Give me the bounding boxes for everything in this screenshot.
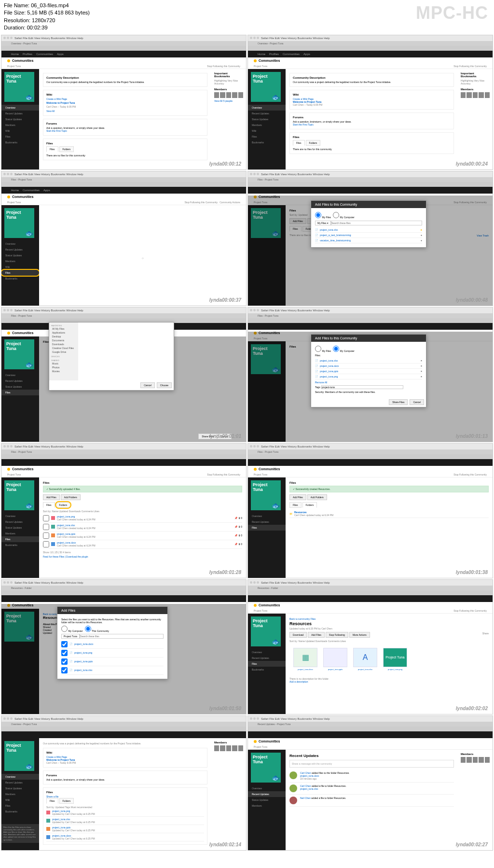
- mac-menubar: Safari File Edit View History Bookmarks …: [1, 35, 246, 41]
- file-thumb[interactable]: Project Tunaproject_tuna.png: [383, 648, 407, 671]
- duration: Duration: 00:02:39: [4, 24, 490, 31]
- share-files-button[interactable]: Share Files: [389, 399, 408, 405]
- add-files-modal: Add Files to this Community My Files My …: [311, 200, 426, 248]
- update-item: Carl Chen added files to the folder Reso…: [289, 770, 454, 783]
- finder-dialog: FAVORITES All My Files Applications Desk…: [49, 322, 174, 391]
- success-message: ✓ Successfully uploaded 4 files.: [43, 486, 242, 492]
- file-row[interactable]: project_tuna.pngCarl Chen created today …: [43, 514, 242, 523]
- file-row[interactable]: project_tuna.xlsxCarl Chen created today…: [43, 523, 242, 532]
- communities-header: Communities: [1, 57, 246, 64]
- fish-icon: 🐟: [25, 93, 33, 101]
- sub-bar: Project TunaStop Following this Communit…: [1, 64, 246, 69]
- browser-addressbar[interactable]: [1, 46, 246, 51]
- thumbnail-5: Safari File Edit View History Bookmarks …: [1, 307, 247, 442]
- forums-start-link[interactable]: Start the First Topic: [46, 129, 204, 132]
- download-button[interactable]: Download: [289, 632, 307, 638]
- timestamp: lynda00:00:12: [209, 161, 241, 167]
- tags-input[interactable]: [321, 385, 403, 389]
- tab-folders[interactable]: Folders: [59, 146, 74, 152]
- right-column: Important Bookmarks Highlighting Very Ni…: [211, 69, 246, 170]
- share-message-input[interactable]: Share a message with the community: [289, 760, 454, 768]
- loading-spinner-icon: ⟳: [142, 257, 144, 260]
- file-thumb[interactable]: project_tuna.pptx: [323, 648, 347, 671]
- radio-my-computer[interactable]: [333, 212, 339, 218]
- thumbnail-6: Safari File Edit View History Bookmarks …: [247, 307, 493, 442]
- main-content: Community Description Our community was …: [39, 69, 211, 170]
- update-item: Neil Chen added a file to folder Resourc…: [289, 795, 454, 807]
- wiki-author: Carl Chen – Today 6:05 PM: [46, 105, 204, 108]
- thumbnail-12: Safari File Edit View History Bookmarks …: [247, 715, 493, 851]
- view-all-link[interactable]: View All: [46, 110, 204, 112]
- more-actions-button[interactable]: More Actions: [349, 632, 370, 638]
- member-avatars: [214, 92, 243, 98]
- radio-my-files[interactable]: [315, 212, 321, 218]
- stop-following-button[interactable]: Stop Following: [326, 632, 348, 638]
- file-thumb[interactable]: ▦project_tuna.docx: [293, 648, 317, 671]
- avatar[interactable]: [289, 771, 297, 779]
- wiki-welcome-link[interactable]: Welcome to Project Tuna: [46, 100, 204, 105]
- avatar[interactable]: [232, 92, 237, 98]
- avatar[interactable]: [289, 784, 297, 792]
- app-navbar: Home Profiles Communities Apps: [1, 51, 246, 57]
- avatar[interactable]: [289, 797, 297, 804]
- community-sidebar: Project Tuna🐟 Overview Recent Updates St…: [1, 69, 39, 170]
- thumbnail-grid: Safari File Edit View History Bookmarks …: [0, 34, 494, 852]
- remove-all-link[interactable]: Remove All: [315, 381, 422, 384]
- bulb-icon: [7, 59, 10, 62]
- sidebar-item-recent[interactable]: Recent Updates: [1, 111, 39, 116]
- recent-updates-header: Recent Updates: [289, 754, 454, 758]
- view-all-members[interactable]: View All 5 people: [214, 99, 243, 102]
- sidebar-item-overview[interactable]: Overview: [1, 105, 39, 111]
- desc-text: Our community was a project delivering t…: [46, 81, 204, 84]
- avatar[interactable]: [214, 92, 219, 98]
- file-info-header: File Name: 06_03-files.mp4 File Size: 5,…: [0, 0, 494, 34]
- thumbnail-11: Safari File Edit View History Bookmarks …: [1, 715, 247, 851]
- files-header: Files: [46, 142, 204, 145]
- file-row[interactable]: project_tuna.pptxCarl Chen created today…: [43, 532, 242, 540]
- desc-header: Community Description: [46, 76, 204, 79]
- add-files-button[interactable]: Add Files: [308, 632, 325, 638]
- thumbnail-7: Safari File Edit View History Bookmarks …: [1, 443, 247, 578]
- file-thumb[interactable]: Aproject_tuna.xlsx: [353, 648, 377, 671]
- forums-header: Forums: [46, 122, 204, 125]
- thumbnail-2: Safari File Edit View History Bookmarks …: [247, 35, 493, 170]
- project-logo: Project Tuna🐟: [4, 72, 34, 102]
- sidebar-item-status[interactable]: Status Updates: [1, 116, 39, 122]
- avatar[interactable]: [226, 92, 231, 98]
- sidebar-item-members[interactable]: Members: [1, 122, 39, 128]
- wiki-header: Wiki: [46, 93, 204, 96]
- thumbnail-3: Safari File Edit View History Bookmarks …: [1, 171, 247, 306]
- bookmarks-header: Important Bookmarks: [214, 72, 243, 78]
- thumbnail-4: Safari File Edit View History Bookmarks …: [247, 171, 493, 306]
- members-header: Members: [214, 88, 243, 91]
- sidebar-item-bookmarks[interactable]: Bookmarks: [1, 140, 39, 145]
- watermark: MPC-HC: [416, 1, 488, 25]
- folder-row[interactable]: 📁ResourcesCarl Chen updated today at 6:2…: [289, 510, 489, 518]
- finder-sidebar: FAVORITES All My Files Applications Desk…: [49, 322, 78, 380]
- finder-item[interactable]: All My Files: [51, 327, 76, 331]
- sidebar-item-wiki[interactable]: Wiki: [1, 128, 39, 134]
- sidebar-item-files[interactable]: Files: [1, 134, 39, 140]
- nav-home[interactable]: Home: [11, 53, 19, 56]
- thumbnail-10: Safari File Edit View History Bookmarks …: [247, 579, 493, 714]
- thumbnail-8: Safari File Edit View History Bookmarks …: [247, 443, 493, 578]
- files-tooltip: Files Use the Files area to share commun…: [1, 824, 39, 843]
- files-empty: There are no files for this community: [46, 154, 204, 157]
- thumbnail-1: Safari File Edit View History Bookmarks …: [1, 35, 247, 170]
- thumbnail-9: Safari File Edit View History Bookmarks …: [1, 579, 247, 714]
- file-row[interactable]: project_tuna.docxCarl Chen created today…: [43, 540, 242, 549]
- search-files-input[interactable]: [331, 221, 422, 225]
- nav-communities[interactable]: Communities: [36, 53, 53, 56]
- avatar[interactable]: [238, 92, 243, 98]
- cancel-button[interactable]: Cancel: [410, 399, 424, 405]
- tab-files[interactable]: Files: [46, 146, 58, 152]
- nav-profiles[interactable]: Profiles: [23, 53, 32, 56]
- avatar[interactable]: [220, 92, 225, 98]
- modal-title: Add Files to this Community: [311, 201, 426, 208]
- cancel-button[interactable]: Cancel: [140, 382, 155, 388]
- browser-titlebar: Overview - Project Tuna: [1, 41, 246, 46]
- choose-button[interactable]: Choose: [157, 382, 172, 388]
- update-item: Carl Chen added a file to folder Resourc…: [289, 783, 454, 795]
- bookmarks-text: Highlighting Very Nice Accuracy: [214, 79, 243, 85]
- nav-apps[interactable]: Apps: [57, 53, 64, 56]
